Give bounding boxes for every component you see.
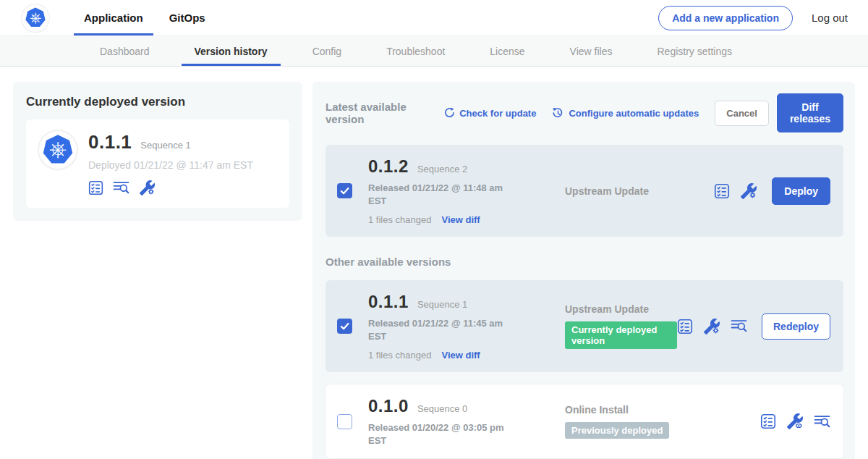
checklist-icon[interactable] bbox=[677, 319, 693, 334]
lines-magnifier-icon[interactable] bbox=[731, 318, 747, 334]
deployed-timestamp: Deployed 01/21/22 @ 11:47 am EST bbox=[88, 159, 253, 171]
sequence-label: Sequence 2 bbox=[417, 164, 467, 174]
wrench-eye-icon[interactable] bbox=[786, 413, 804, 430]
checklist-icon[interactable] bbox=[714, 183, 730, 199]
deployed-version-number: 0.1.1 bbox=[88, 131, 132, 153]
check-for-update-link[interactable]: Check for update bbox=[443, 107, 536, 119]
latest-available-title: Latest available version bbox=[326, 101, 433, 125]
deployed-sequence-label: Sequence 1 bbox=[140, 140, 190, 151]
tab-troubleshoot[interactable]: Troubleshoot bbox=[373, 36, 458, 66]
refresh-icon bbox=[443, 107, 455, 119]
deployed-version-card: ⎈ 0.1.1 Sequence 1 Deployed 01/21/22 @ 1… bbox=[26, 119, 289, 208]
sequence-label: Sequence 0 bbox=[417, 403, 467, 414]
version-source-label: Upstream Update bbox=[565, 185, 714, 197]
version-row-0-1-1: 0.1.1 Sequence 1 Released 01/21/22 @ 11:… bbox=[326, 280, 843, 372]
tab-license[interactable]: License bbox=[477, 36, 537, 66]
version-checkbox[interactable] bbox=[337, 414, 352, 429]
kubernetes-logo-icon: ⎈ bbox=[22, 4, 49, 32]
available-versions-panel: Latest available version Check for updat… bbox=[312, 82, 855, 459]
view-diff-link[interactable]: View diff bbox=[441, 350, 480, 361]
tab-dashboard[interactable]: Dashboard bbox=[87, 36, 163, 66]
version-number: 0.1.2 bbox=[368, 156, 409, 177]
wrench-gear-icon[interactable] bbox=[740, 182, 757, 200]
topnav-tab-application[interactable]: Application bbox=[74, 0, 153, 35]
previously-deployed-badge: Previously deployed bbox=[565, 422, 669, 439]
logout-button[interactable]: Log out bbox=[812, 12, 848, 24]
currently-deployed-panel: Currently deployed version ⎈ 0.1.1 Seque… bbox=[13, 82, 302, 221]
version-row-0-1-0: 0.1.0 Sequence 0 Released 01/20/22 @ 03:… bbox=[326, 384, 843, 458]
topnav-tabs: Application GitOps bbox=[74, 0, 221, 35]
version-source-label: Online Install bbox=[565, 404, 760, 416]
app-logo[interactable]: ⎈ bbox=[22, 0, 49, 35]
top-nav: ⎈ Application GitOps Add a new applicati… bbox=[0, 0, 868, 36]
version-source-label: Upstream Update bbox=[565, 303, 677, 315]
tab-view-files[interactable]: View files bbox=[557, 36, 626, 66]
version-row-0-1-2: 0.1.2 Sequence 2 Released 01/21/22 @ 11:… bbox=[326, 145, 843, 237]
cancel-button[interactable]: Cancel bbox=[715, 101, 769, 126]
app-icon: ⎈ bbox=[39, 131, 77, 169]
configure-automatic-updates-link[interactable]: Configure automatic updates bbox=[552, 107, 699, 119]
lines-magnifier-icon[interactable] bbox=[814, 413, 830, 430]
version-checkbox[interactable] bbox=[337, 183, 352, 198]
deploy-button[interactable]: Deploy bbox=[772, 177, 830, 205]
tab-registry-settings[interactable]: Registry settings bbox=[644, 36, 744, 66]
other-available-versions-title: Other available versions bbox=[326, 256, 843, 268]
add-new-application-button[interactable]: Add a new application bbox=[658, 6, 793, 30]
version-number: 0.1.1 bbox=[368, 292, 409, 312]
released-timestamp: Released 01/21/22 @ 11:48 am EST bbox=[368, 182, 506, 207]
lines-magnifier-icon[interactable] bbox=[113, 180, 129, 196]
wrench-gear-icon[interactable] bbox=[703, 318, 720, 335]
released-timestamp: Released 01/20/22 @ 03:05 pm EST bbox=[368, 421, 506, 447]
version-number: 0.1.0 bbox=[368, 396, 409, 416]
files-changed-label: 1 files changed bbox=[368, 350, 431, 361]
files-changed-label: 1 files changed bbox=[368, 214, 431, 225]
tab-version-history[interactable]: Version history bbox=[182, 36, 281, 66]
sequence-label: Sequence 1 bbox=[417, 299, 467, 310]
diff-releases-button[interactable]: Diff releases bbox=[777, 93, 843, 132]
checklist-icon[interactable] bbox=[88, 180, 103, 195]
currently-deployed-title: Currently deployed version bbox=[26, 95, 289, 109]
checklist-icon[interactable] bbox=[760, 413, 776, 429]
topnav-tab-gitops[interactable]: GitOps bbox=[159, 0, 216, 35]
wrench-gear-icon[interactable] bbox=[139, 180, 156, 196]
currently-deployed-badge: Currently deployed version bbox=[565, 321, 677, 349]
redeploy-button[interactable]: Redeploy bbox=[762, 313, 830, 340]
released-timestamp: Released 01/21/22 @ 11:45 am EST bbox=[368, 317, 506, 342]
version-checkbox[interactable] bbox=[337, 319, 352, 334]
app-sub-nav: Dashboard Version history Config Trouble… bbox=[0, 36, 868, 67]
clock-refresh-icon bbox=[552, 107, 564, 119]
tab-config[interactable]: Config bbox=[299, 36, 354, 66]
view-diff-link[interactable]: View diff bbox=[441, 214, 480, 225]
